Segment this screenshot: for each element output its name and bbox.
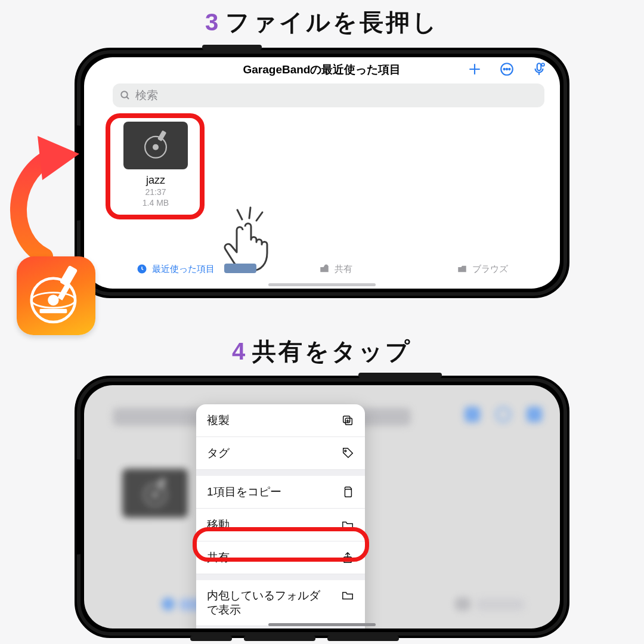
search-icon (120, 90, 131, 101)
home-indicator (268, 623, 376, 626)
phone-side-button (190, 636, 232, 641)
tab-shared[interactable]: 共有 (319, 264, 352, 275)
svg-point-27 (345, 450, 346, 452)
svg-line-10 (237, 210, 242, 219)
phone-side-button (244, 636, 315, 641)
svg-point-3 (509, 69, 510, 70)
phone-side-button (202, 45, 262, 50)
nav-bar: GarageBandの最近使った項目 (84, 57, 560, 82)
tab-browse[interactable]: ブラウズ (457, 264, 508, 275)
file-thumbnail (123, 122, 188, 169)
menu-separator (196, 470, 365, 476)
menu-show-folder[interactable]: 内包しているフォルダで表示 (196, 580, 365, 626)
svg-point-15 (324, 265, 328, 268)
step3-number: 3 (205, 9, 221, 35)
search-bar[interactable]: 検索 (113, 83, 544, 107)
menu-copy[interactable]: 1項目をコピー (196, 476, 365, 509)
step3-text: ファイルを長押し (225, 9, 439, 35)
screen-step3: GarageBandの最近使った項目 検索 (84, 57, 560, 289)
add-icon[interactable] (467, 61, 482, 86)
svg-line-12 (256, 212, 262, 221)
svg-rect-9 (157, 131, 166, 141)
context-menu: 複製 タグ 1項目をコピー 移動 共有 内包しているフォルダで (196, 404, 365, 628)
tab-recent[interactable]: 最近使った項目 (137, 264, 215, 275)
phone-side-button (327, 636, 399, 641)
step3-title: 3ファイルを長押し (0, 6, 644, 39)
svg-rect-4 (537, 63, 541, 70)
file-name: jazz (114, 174, 197, 187)
svg-point-6 (121, 91, 128, 98)
menu-share[interactable]: 共有 (196, 541, 365, 574)
menu-separator (196, 574, 365, 580)
menu-copy-label: 1項目をコピー (207, 484, 281, 500)
home-indicator (268, 283, 376, 286)
phone-side-button (358, 373, 442, 378)
menu-show-folder-label: 内包しているフォルダで表示 (207, 589, 326, 617)
menu-move[interactable]: 移動 (196, 509, 365, 541)
guitar-icon (139, 129, 172, 162)
menu-duplicate[interactable]: 複製 (196, 404, 365, 437)
svg-rect-21 (40, 309, 67, 313)
svg-rect-24 (157, 478, 166, 489)
guitar-icon (23, 263, 89, 329)
step4-text: 共有をタップ (252, 338, 412, 364)
tab-bar: 最近使った項目 共有 ブラウズ (84, 256, 560, 281)
duplicate-icon (341, 414, 354, 427)
nav-actions (467, 61, 547, 86)
search-placeholder: 検索 (135, 88, 158, 103)
menu-tag[interactable]: タグ (196, 437, 365, 470)
step4-number: 4 (232, 338, 247, 364)
garageband-app-icon (17, 256, 95, 335)
nav-title: GarageBandの最近使った項目 (243, 63, 401, 76)
menu-tag-label: タグ (207, 445, 230, 461)
svg-point-1 (504, 69, 505, 70)
more-icon[interactable] (499, 61, 515, 86)
svg-rect-28 (345, 489, 351, 497)
svg-rect-19 (60, 265, 78, 287)
menu-share-label: 共有 (207, 550, 230, 565)
share-icon (341, 551, 354, 564)
screen-step4: 複製 タグ 1項目をコピー 移動 共有 内包しているフォルダで (84, 385, 560, 628)
svg-rect-26 (343, 416, 350, 423)
tab-shared-label: 共有 (335, 264, 352, 275)
file-tile[interactable]: jazz 21:37 1.4 MB (114, 122, 197, 208)
svg-point-8 (153, 144, 159, 150)
tag-icon (341, 447, 354, 460)
menu-separator (196, 626, 365, 629)
copy-icon (341, 485, 354, 499)
folder-icon (341, 589, 354, 602)
tab-recent-label: 最近使った項目 (152, 264, 215, 275)
tab-browse-label: ブラウズ (472, 264, 508, 275)
folder-icon (341, 518, 354, 531)
svg-rect-20 (57, 283, 71, 301)
svg-rect-25 (345, 418, 352, 425)
mic-icon[interactable] (531, 61, 547, 86)
svg-point-23 (152, 492, 158, 498)
file-time: 21:37 (114, 187, 197, 197)
menu-move-label: 移動 (207, 517, 230, 532)
svg-point-18 (48, 295, 58, 305)
svg-point-2 (506, 69, 507, 70)
file-size: 1.4 MB (114, 197, 197, 208)
svg-line-11 (249, 208, 250, 218)
phone-frame-step3: GarageBandの最近使った項目 検索 (75, 48, 569, 298)
step4-title: 4共有をタップ (0, 335, 644, 368)
phone-frame-step4: 複製 タグ 1項目をコピー 移動 共有 内包しているフォルダで (75, 376, 569, 638)
menu-duplicate-label: 複製 (207, 413, 230, 428)
